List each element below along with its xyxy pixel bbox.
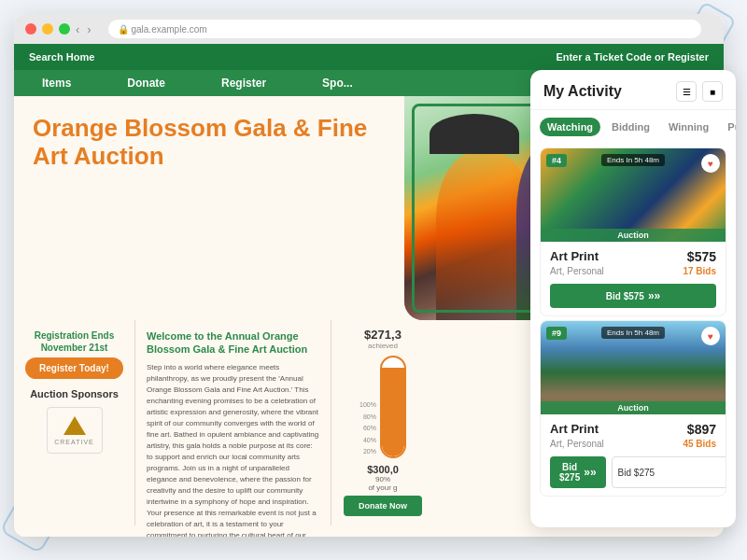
tab-bidding[interactable]: Bidding	[604, 118, 657, 136]
card-1-title-row: Art Print $575	[550, 249, 716, 264]
card-1-timer: Ends In 5h 48m	[601, 154, 665, 166]
hero-left: Orange Blossom Gala & Fine Art Auction	[14, 96, 404, 320]
card-2-bid-input[interactable]	[612, 456, 726, 488]
left-panel: Registration Ends November 21st Register…	[14, 320, 135, 525]
close-button[interactable]	[25, 23, 36, 35]
tab-watching[interactable]: Watching	[540, 118, 600, 136]
activity-header: My Activity ☰ ■	[530, 70, 736, 110]
welcome-text: Step into a world where elegance meets p…	[147, 362, 319, 537]
card-2-body: Art Print $897 Art, Personal 45 Bids Bid…	[541, 414, 726, 496]
card-1-subtitle: Art, Personal	[550, 266, 604, 276]
list-view-icon[interactable]: ☰	[676, 81, 697, 102]
activity-panel: My Activity ☰ ■ Watching Bidding Winning…	[530, 70, 736, 527]
forward-icon[interactable]: ›	[87, 22, 91, 36]
url-bar[interactable]: 🔒 gala.example.com	[108, 20, 701, 38]
card-2-sub-row: Art, Personal 45 Bids	[550, 439, 716, 449]
view-icons: ☰ ■	[676, 81, 723, 102]
sponsor-name: CREATIVE	[54, 439, 94, 445]
card-2-timer: Ends In 5h 48m	[601, 327, 665, 339]
thermo-current-amount: $271,3	[364, 328, 402, 342]
card-2-bids: 45 Bids	[683, 439, 716, 449]
back-icon[interactable]: ‹	[76, 22, 79, 36]
card-1-title: Art Print	[550, 249, 599, 263]
register-today-button[interactable]: Register Today!	[25, 357, 123, 379]
thermo-percent-label: 100%80%60%40%20%	[359, 399, 376, 458]
hero-title: Orange Blossom Gala & Fine Art Auction	[33, 115, 386, 171]
card-2-image: #9 Ends In 5h 48m ♥ Auction	[541, 321, 726, 414]
registration-ends-text: Registration Ends November 21st	[25, 329, 123, 354]
card-2-title-row: Art Print $897	[550, 422, 716, 437]
activity-tabs: Watching Bidding Winning Purchases	[530, 110, 736, 144]
card-1-type-label: Auction	[541, 229, 726, 242]
card-2-price: $897	[687, 422, 716, 437]
nav-items[interactable]: Items	[14, 70, 99, 96]
minimize-button[interactable]	[42, 23, 53, 35]
card-2-title: Art Print	[550, 422, 599, 436]
sponsor-triangle-icon	[63, 416, 86, 435]
maximize-button[interactable]	[59, 23, 70, 35]
middle-panel: Welcome to the Annual Orange Blossom Gal…	[135, 320, 331, 525]
thermometer-visual	[380, 356, 406, 458]
card-1-price: $575	[687, 249, 716, 264]
card-2-bid-button[interactable]: Bid $275 »»	[550, 456, 606, 488]
thermo-goal-label: 90% of your g	[368, 475, 397, 492]
card-1-actions: Bid $575 »»	[550, 284, 716, 308]
donate-now-button[interactable]: Donate Now	[344, 496, 423, 516]
card-1-badge: #4	[546, 154, 567, 167]
top-nav-bar: Search Home Enter a Ticket Code or Regis…	[14, 44, 724, 70]
thermo-goal-amount: $300,0	[367, 464, 399, 475]
grid-view-icon[interactable]: ■	[702, 81, 723, 102]
card-2-subtitle: Art, Personal	[550, 439, 604, 449]
nav-donate[interactable]: Donate	[99, 70, 193, 96]
nav-sponsors[interactable]: Spo...	[294, 70, 381, 96]
welcome-title: Welcome to the Annual Orange Blossom Gal…	[147, 329, 319, 357]
card-2-type-label: Auction	[541, 401, 726, 414]
auction-card-2: #9 Ends In 5h 48m ♥ Auction Art Print $8…	[540, 320, 726, 497]
card-1-bids: 17 Bids	[683, 266, 716, 276]
tab-winning[interactable]: Winning	[661, 118, 716, 136]
ticket-register-link[interactable]: Enter a Ticket Code or Register	[556, 51, 709, 63]
card-2-heart-icon[interactable]: ♥	[701, 327, 720, 345]
auction-card-1: #4 Ends In 5h 48m ♥ Auction Art Print $5…	[540, 147, 726, 316]
url-text: 🔒 gala.example.com	[118, 24, 207, 35]
card-1-image: #4 Ends In 5h 48m ♥ Auction	[541, 148, 726, 242]
card-1-bid-button[interactable]: Bid $575 »»	[550, 284, 716, 308]
tab-purchases[interactable]: Purchases	[720, 118, 736, 136]
card-1-body: Art Print $575 Art, Personal 17 Bids Bid…	[541, 242, 726, 315]
thermometer-panel: $271,3 achieved 100%80%60%40%20% $300,0 …	[331, 320, 434, 525]
card-2-badge: #9	[546, 327, 567, 340]
sponsor-logo: CREATIVE	[47, 407, 103, 454]
nav-register[interactable]: Register	[193, 70, 294, 96]
thermo-wrapper: 100%80%60%40%20%	[359, 356, 406, 458]
card-2-actions: Bid $275 »»	[550, 456, 716, 488]
activity-title: My Activity	[543, 83, 622, 100]
search-home-link[interactable]: Search Home	[29, 51, 94, 63]
nav-arrows[interactable]: ‹ ›	[76, 22, 92, 36]
sponsors-title: Auction Sponsors	[25, 388, 123, 399]
card-1-heart-icon[interactable]: ♥	[701, 154, 720, 173]
thermo-achieved-label: achieved	[368, 342, 398, 350]
thermo-fill	[382, 368, 404, 456]
card-1-sub-row: Art, Personal 17 Bids	[550, 266, 716, 276]
browser-titlebar: ‹ › 🔒 gala.example.com	[14, 14, 724, 44]
